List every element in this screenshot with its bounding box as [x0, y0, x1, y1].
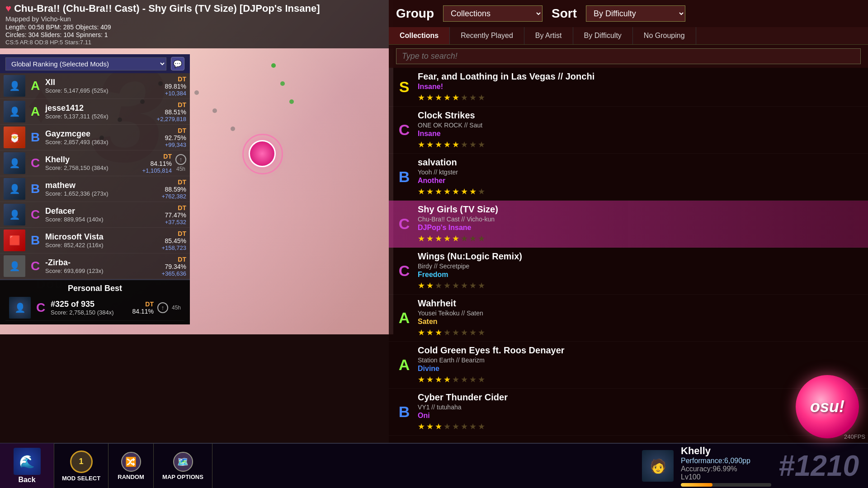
rank-name: Defacer — [45, 206, 161, 216]
rank-info: Microsoft Vista Score: 852,422 (116x) — [45, 232, 158, 249]
rank-entry[interactable]: 👤 B mathew Score: 1,652,336 (273x) DT 88… — [0, 176, 190, 202]
rank-entry[interactable]: 👤 C -Zirba- Score: 693,699 (123x) DT 79.… — [0, 253, 190, 279]
rank-entry[interactable]: 👤 A XII Score: 5,147,695 (525x) DT 89.81… — [0, 73, 190, 99]
star-icon: ★ — [426, 93, 434, 103]
star-dim-icon: ★ — [435, 281, 442, 291]
rank-right: DT 88.59% +762,382 — [161, 178, 186, 200]
player-avatar: 🧑 — [642, 450, 674, 482]
group-label: Group — [396, 6, 434, 21]
rank-entry[interactable]: 🟥 B Microsoft Vista Score: 852,422 (116x… — [0, 228, 190, 253]
rank-score: Score: 852,422 (116x) — [45, 242, 158, 249]
rank-entry[interactable]: 👤 C Defacer Score: 889,954 (140x) DT 77.… — [0, 202, 190, 228]
rank-pp: +365,636 — [161, 270, 186, 277]
filter-tab-no-grouping[interactable]: No Grouping — [633, 27, 696, 44]
filter-tab-recently-played[interactable]: Recently Played — [450, 27, 524, 44]
search-input[interactable] — [396, 48, 861, 64]
ranking-dropdown[interactable]: Global Ranking (Selected Mods) — [5, 57, 166, 70]
group-sort-bar: Group Collections Sort By Difficulty — [389, 0, 868, 27]
bpm-value: 285 — [63, 23, 74, 31]
star-dim-icon: ★ — [452, 422, 459, 432]
player-name: Khelly — [681, 445, 771, 457]
song-entry[interactable]: C Clock Strikes ONE OK ROCK // Saut Insa… — [389, 107, 868, 154]
length-label: Length: — [5, 23, 28, 31]
star-dim-icon: ★ — [452, 281, 459, 291]
rank-score: Score: 693,699 (123x) — [45, 267, 158, 274]
back-button[interactable]: 🌊 Back — [0, 443, 54, 488]
stars-row: ★★★★★★★★ — [418, 234, 861, 244]
sort-dropdown[interactable]: By Difficulty — [586, 5, 685, 22]
star-icon: ★ — [443, 140, 451, 150]
song-name: Fear, and Loathing in Las Vegas // Jonch… — [418, 71, 861, 82]
mod-select-label: MOD SELECT — [62, 475, 100, 482]
rank-entry[interactable]: 👤 C Khelly Score: 2,758,150 (384x) DT 84… — [0, 150, 190, 176]
song-entry[interactable]: A Cold Green Eyes ft. Roos Denayer Stati… — [389, 342, 868, 389]
map-options-icon-circle: 🗺️ — [173, 452, 193, 472]
song-artist-mapper: Yooh // ktgster — [418, 169, 861, 176]
song-entry[interactable]: C Wings (Nu:Logic Remix) Birdy // Secret… — [389, 248, 868, 295]
personal-best-title: Personal Best — [5, 284, 184, 293]
song-grade: S — [396, 78, 412, 96]
rank-entry[interactable]: 👤 A jesse1412 Score: 5,137,311 (526x) DT… — [0, 99, 190, 125]
osu-logo[interactable]: osu! — [796, 375, 859, 438]
star-icon: ★ — [426, 281, 434, 291]
map-options-button[interactable]: 🗺️ MAP OPTIONS — [154, 443, 212, 488]
rank-right: DT 88.51% +2,279,818 — [157, 101, 186, 122]
star-dim-icon: ★ — [478, 281, 485, 291]
filter-tab-by-artist[interactable]: By Artist — [524, 27, 573, 44]
star-icon: ★ — [461, 187, 468, 197]
rank-pct: 85.45% — [161, 237, 186, 244]
star-dim-icon: ★ — [469, 422, 476, 432]
pb-mod: DT — [132, 300, 153, 308]
song-artist-mapper: ONE OK ROCK // Saut — [418, 122, 861, 129]
bottom-bar: 🌊 Back 1 MOD SELECT 🔀 RANDOM 🗺️ MAP OPTI… — [0, 443, 868, 488]
song-grade: C — [396, 121, 412, 139]
song-entry[interactable]: B salvation Yooh // ktgster Another ★★★★… — [389, 154, 868, 201]
random-button[interactable]: 🔀 RANDOM — [108, 443, 154, 488]
song-info: Shy Girls (TV Size) Chu-Bra!! Cast // Vi… — [418, 204, 861, 244]
rank-right: DT 92.75% +99,343 — [165, 127, 186, 148]
mod-select-button[interactable]: 1 MOD SELECT — [54, 443, 108, 488]
star-dim-icon: ★ — [461, 93, 468, 103]
rank-right: DT 85.45% +158,723 — [161, 230, 186, 251]
song-name: Wahrheit — [418, 298, 861, 309]
star-icon: ★ — [443, 93, 451, 103]
rank-score: Score: 2,758,150 (384x) — [45, 164, 139, 171]
star-icon: ★ — [426, 187, 434, 197]
star-icon: ★ — [418, 140, 425, 150]
rank-name: XII — [45, 78, 161, 87]
star-icon: ★ — [435, 328, 442, 338]
rank-name: Khelly — [45, 155, 139, 164]
spinners-value: 1 — [104, 31, 108, 38]
song-title: ♥ Chu-Bra!! (Chu-Bra!! Cast) - Shy Girls… — [5, 3, 388, 14]
song-info: Wahrheit Yousei Teikoku // Saten Saten ★… — [418, 298, 861, 338]
song-entry[interactable]: C Shy Girls (TV Size) Chu-Bra!! Cast // … — [389, 201, 868, 248]
star-dim-icon: ★ — [443, 328, 451, 338]
star-dim-icon: ★ — [478, 93, 485, 103]
song-difficulty: Freedom — [418, 271, 861, 279]
rank-pp: +158,723 — [161, 244, 186, 251]
star-icon: ★ — [426, 422, 434, 432]
rank-pp: +37,532 — [165, 219, 186, 225]
rank-entry[interactable]: 🎅 B Gayzmcgee Score: 2,857,493 (363x) DT… — [0, 125, 190, 150]
filter-tab-collections[interactable]: Collections — [389, 27, 450, 44]
song-entry[interactable]: A Wahrheit Yousei Teikoku // Saten Saten… — [389, 295, 868, 342]
chat-icon[interactable]: 💬 — [171, 57, 184, 70]
star-icon: ★ — [426, 140, 434, 150]
song-difficulty: Saten — [418, 318, 861, 326]
star-dim-icon: ★ — [461, 422, 468, 432]
star-icon: ★ — [435, 187, 442, 197]
filter-tab-by-difficulty[interactable]: By Difficulty — [573, 27, 633, 44]
upload-icon[interactable]: ↑ — [175, 154, 186, 165]
star-dim-icon: ★ — [461, 234, 468, 244]
xp-fill — [681, 483, 712, 487]
rankings-panel: Global Ranking (Selected Mods) 💬 👤 A XII… — [0, 54, 190, 324]
random-label: RANDOM — [118, 474, 144, 480]
rank-avatar: 🎅 — [4, 127, 25, 148]
approach-circle — [242, 134, 283, 174]
song-artist-mapper: Chu-Bra!! Cast // Vicho-kun — [418, 216, 861, 223]
song-stats: Length: 00:58 BPM: 285 Objects: 409 — [5, 23, 388, 31]
upload-icon[interactable]: ↑ — [157, 302, 168, 313]
song-entry[interactable]: S Fear, and Loathing in Las Vegas // Jon… — [389, 68, 868, 107]
group-dropdown[interactable]: Collections — [443, 5, 542, 22]
rank-score: Score: 889,954 (140x) — [45, 216, 161, 223]
